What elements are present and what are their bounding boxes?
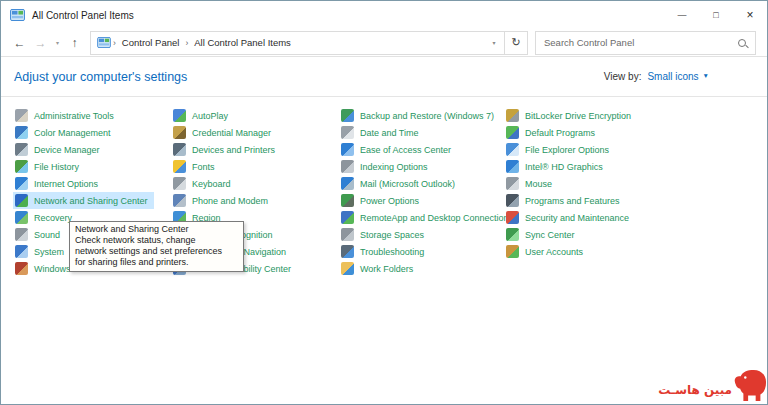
- up-button[interactable]: ↑: [64, 36, 85, 50]
- item-label: Fonts: [192, 162, 215, 172]
- control-panel-item[interactable]: User Accounts: [504, 243, 589, 260]
- item-label: Administrative Tools: [34, 111, 114, 121]
- item-label: Network and Sharing Center: [34, 196, 148, 206]
- control-panel-item[interactable]: System: [13, 243, 70, 260]
- keyboard-icon: [173, 177, 186, 190]
- ease-of-access-center-icon: [341, 143, 354, 156]
- control-panel-item[interactable]: File History: [13, 158, 85, 175]
- control-panel-item[interactable]: AutoPlay: [171, 107, 234, 124]
- tooltip-line: for sharing files and printers.: [75, 257, 238, 268]
- control-panel-window: All Control Panel Items — □ × ← → ▾ ↑ › …: [0, 0, 768, 405]
- control-panel-item[interactable]: Indexing Options: [339, 158, 434, 175]
- control-panel-item[interactable]: Internet Options: [13, 175, 104, 192]
- forward-button[interactable]: →: [30, 36, 51, 50]
- intel-hd-graphics-icon: [506, 160, 519, 173]
- control-panel-item[interactable]: Storage Spaces: [339, 226, 430, 243]
- control-panel-item[interactable]: Device Manager: [13, 141, 106, 158]
- control-panel-item[interactable]: Programs and Features: [504, 192, 626, 209]
- item-label: Backup and Restore (Windows 7): [360, 111, 494, 121]
- control-panel-item[interactable]: Credential Manager: [171, 124, 277, 141]
- search-icon[interactable]: [738, 39, 746, 47]
- control-panel-item[interactable]: Ease of Access Center: [339, 141, 457, 158]
- window-title: All Control Panel Items: [32, 10, 134, 21]
- control-panel-item[interactable]: Work Folders: [339, 260, 419, 277]
- item-label: BitLocker Drive Encryption: [525, 111, 631, 121]
- security-and-maintenance-icon: [506, 211, 519, 224]
- back-button[interactable]: ←: [9, 36, 30, 50]
- item-label: File Explorer Options: [525, 145, 609, 155]
- view-by-label: View by:: [604, 71, 642, 82]
- control-panel-item[interactable]: File Explorer Options: [504, 141, 615, 158]
- search-input[interactable]: [536, 37, 738, 48]
- view-by-dropdown[interactable]: Small icons ▼: [647, 71, 709, 82]
- control-panel-item[interactable]: Mouse: [504, 175, 558, 192]
- control-panel-item[interactable]: Mail (Microsoft Outlook): [339, 175, 461, 192]
- close-icon: ×: [746, 8, 753, 22]
- item-label: Color Management: [34, 128, 111, 138]
- control-panel-item[interactable]: Security and Maintenance: [504, 209, 635, 226]
- control-panel-item[interactable]: Network and Sharing Center: [13, 192, 154, 209]
- administrative-tools-icon: [15, 109, 28, 122]
- window-controls: — □ ×: [665, 1, 767, 29]
- breadcrumb-all-control-panel-items[interactable]: All Control Panel Items: [190, 37, 295, 48]
- user-accounts-icon: [506, 245, 519, 258]
- minimize-icon: —: [678, 10, 687, 20]
- item-label: Mail (Microsoft Outlook): [360, 179, 455, 189]
- minimize-button[interactable]: —: [665, 1, 699, 29]
- item-label: Work Folders: [360, 264, 413, 274]
- item-label: File History: [34, 162, 79, 172]
- date-and-time-icon: [341, 126, 354, 139]
- control-panel-item[interactable]: Sound: [13, 226, 66, 243]
- recovery-icon: [15, 211, 28, 224]
- power-options-icon: [341, 194, 354, 207]
- control-panel-item[interactable]: Date and Time: [339, 124, 425, 141]
- recent-locations-dropdown-icon[interactable]: ▾: [51, 39, 64, 46]
- search-box[interactable]: [535, 31, 756, 55]
- address-dropdown-icon[interactable]: ▾: [484, 39, 504, 46]
- watermark-text: مبین هاسـت: [658, 383, 732, 397]
- item-label: Mouse: [525, 179, 552, 189]
- item-label: Sync Center: [525, 230, 575, 240]
- item-label: Intel® HD Graphics: [525, 162, 603, 172]
- control-panel-item[interactable]: Fonts: [171, 158, 221, 175]
- header-divider: [1, 96, 767, 97]
- control-panel-item[interactable]: Administrative Tools: [13, 107, 120, 124]
- control-panel-item[interactable]: Power Options: [339, 192, 425, 209]
- control-panel-item[interactable]: Sync Center: [504, 226, 581, 243]
- sound-icon: [15, 228, 28, 241]
- backup-and-restore-icon: [341, 109, 354, 122]
- item-label: Device Manager: [34, 145, 100, 155]
- control-panel-item[interactable]: Devices and Printers: [171, 141, 281, 158]
- chevron-down-icon: ▼: [703, 73, 709, 80]
- storage-spaces-icon: [341, 228, 354, 241]
- breadcrumb-control-panel[interactable]: Control Panel: [118, 37, 184, 48]
- page-title: Adjust your computer's settings: [14, 70, 187, 84]
- maximize-button[interactable]: □: [699, 1, 733, 29]
- watermark-logo: مبین هاسـت: [658, 366, 767, 404]
- tooltip-line: network settings and set preferences: [75, 246, 238, 257]
- close-button[interactable]: ×: [733, 1, 767, 29]
- file-history-icon: [15, 160, 28, 173]
- control-panel-item[interactable]: Phone and Modem: [171, 192, 274, 209]
- file-explorer-options-icon: [506, 143, 519, 156]
- breadcrumb-separator: ›: [183, 38, 190, 48]
- control-panel-item[interactable]: Color Management: [13, 124, 117, 141]
- control-panel-item[interactable]: Default Programs: [504, 124, 601, 141]
- default-programs-icon: [506, 126, 519, 139]
- items-column-4: BitLocker Drive EncryptionDefault Progra…: [504, 107, 637, 260]
- refresh-icon[interactable]: ↻: [504, 32, 527, 54]
- control-panel-item[interactable]: Troubleshooting: [339, 243, 430, 260]
- control-panel-item[interactable]: RemoteApp and Desktop Connections: [339, 209, 519, 226]
- control-panel-item[interactable]: Keyboard: [171, 175, 237, 192]
- control-panel-item[interactable]: Intel® HD Graphics: [504, 158, 609, 175]
- tooltip-body: Check network status, changenetwork sett…: [75, 235, 238, 268]
- item-label: Programs and Features: [525, 196, 620, 206]
- item-label: Default Programs: [525, 128, 595, 138]
- control-panel-item[interactable]: Backup and Restore (Windows 7): [339, 107, 500, 124]
- maximize-icon: □: [713, 10, 718, 20]
- address-bar[interactable]: › Control Panel › All Control Panel Item…: [90, 31, 528, 55]
- system-icon: [15, 245, 28, 258]
- elephant-logo-icon: [733, 366, 767, 404]
- control-panel-item[interactable]: BitLocker Drive Encryption: [504, 107, 637, 124]
- autoplay-icon: [173, 109, 186, 122]
